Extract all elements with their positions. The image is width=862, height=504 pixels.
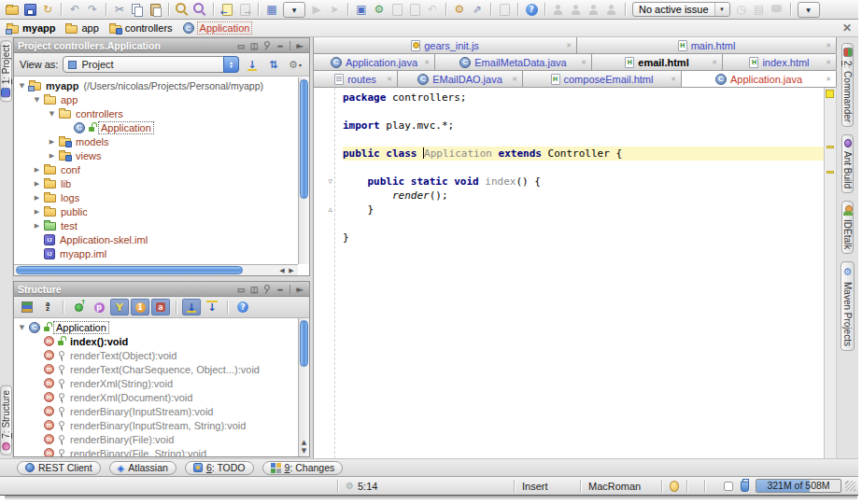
user-3-icon[interactable]: [586, 2, 602, 18]
expander-icon[interactable]: ▶: [48, 138, 56, 146]
expander-icon[interactable]: ▶: [33, 180, 41, 188]
scrollbar-thumb[interactable]: [16, 266, 243, 274]
tool-window-button[interactable]: Atlassian: [109, 461, 177, 475]
settings-gear-icon[interactable]: ⚙▾: [287, 56, 304, 73]
float-icon[interactable]: ▭: [235, 40, 247, 50]
replace-icon[interactable]: [191, 2, 208, 18]
help-icon[interactable]: [523, 2, 540, 18]
expander-icon[interactable]: ▶: [33, 166, 41, 174]
structure-tree-row[interactable]: renderXml(String):void: [14, 376, 298, 390]
fold-open-icon[interactable]: ▿: [328, 175, 332, 189]
pin-icon[interactable]: [261, 40, 273, 50]
autoscroll-to-source-icon[interactable]: [182, 299, 201, 315]
project-tree-row[interactable]: ▶test: [14, 218, 298, 232]
save-all-icon[interactable]: [21, 2, 38, 18]
breadcrumb-item[interactable]: Application: [183, 22, 252, 34]
collapse-all-icon[interactable]: ⇅: [265, 56, 282, 73]
expander-icon[interactable]: ▶: [33, 208, 41, 216]
export-icon[interactable]: ⇗: [469, 2, 486, 18]
scroll-down-icon[interactable]: ▼: [299, 446, 309, 455]
expander-icon[interactable]: ▶: [33, 194, 41, 202]
structure-tree-row[interactable]: index():void: [14, 334, 298, 348]
editor-tab[interactable]: main.html✕: [577, 37, 837, 53]
project-tree-row[interactable]: Application-skel.iml: [14, 232, 298, 246]
project-vertical-scrollbar[interactable]: [298, 77, 309, 264]
show-properties-icon[interactable]: [90, 299, 108, 315]
close-tab-icon[interactable]: ✕: [826, 59, 831, 66]
structure-tree-row[interactable]: renderXml(Document):void: [14, 390, 298, 404]
scrollbar-thumb[interactable]: [300, 320, 308, 367]
structure-vertical-scrollbar[interactable]: ▲▼: [298, 318, 309, 456]
expander-icon[interactable]: ▼: [18, 324, 26, 331]
user-2-icon[interactable]: [568, 2, 585, 18]
project-tree-row[interactable]: ▼app: [14, 92, 298, 106]
cut-icon[interactable]: ✂: [111, 2, 128, 18]
forward-icon[interactable]: [236, 2, 253, 18]
editor-tab[interactable]: index.html✕: [723, 54, 837, 70]
expander-icon[interactable]: ▼: [18, 82, 26, 90]
close-icon[interactable]: ✕: [842, 21, 852, 35]
scrollbar-thumb[interactable]: [300, 79, 308, 199]
tool-stripe-button[interactable]: 1: Project: [0, 40, 12, 102]
time-icon[interactable]: ◷: [733, 2, 750, 18]
structure-tree-row[interactable]: renderBinary(File, String):void: [14, 446, 298, 456]
hector-inspector-icon[interactable]: [741, 481, 749, 492]
project-tree-row[interactable]: ▶conf: [14, 162, 298, 176]
project-tree-row[interactable]: ▶models: [14, 134, 298, 148]
file-encoding[interactable]: MacRoman: [581, 477, 661, 495]
structure-tree-row[interactable]: renderBinary(InputStream):void: [14, 404, 298, 418]
close-tab-icon[interactable]: ✕: [712, 59, 717, 66]
breadcrumb-item[interactable]: app: [65, 22, 98, 34]
close-tab-icon[interactable]: ✕: [387, 76, 392, 83]
update-icon[interactable]: [406, 2, 423, 18]
project-tree-row[interactable]: ▶logs: [14, 190, 298, 204]
paste-icon[interactable]: [147, 2, 163, 18]
dock-icon[interactable]: ◫: [248, 284, 260, 294]
tool-stripe-button[interactable]: 7: Structure: [0, 385, 12, 455]
overflow-dropdown-icon[interactable]: [798, 2, 820, 18]
close-tab-icon[interactable]: ✕: [826, 76, 831, 83]
project-tree-row[interactable]: ▶public: [14, 204, 298, 218]
dock-icon[interactable]: ◫: [248, 40, 260, 50]
editor-tab[interactable]: gears_init.js✕: [314, 37, 577, 53]
module-icon[interactable]: ▣: [353, 2, 370, 18]
editor-tab[interactable]: EmailMetaData.java✕: [435, 54, 592, 70]
project-tree-row[interactable]: ▶lib: [14, 176, 298, 190]
close-tab-icon[interactable]: ✕: [566, 42, 572, 49]
export-html-icon[interactable]: [496, 2, 513, 18]
project-tree-row[interactable]: Application: [14, 120, 298, 134]
structure-tree-row[interactable]: renderText(Object):void: [14, 348, 298, 362]
rollback-icon[interactable]: ↶: [424, 2, 441, 18]
project-tree-row[interactable]: myapp.iml: [14, 246, 298, 260]
settings-icon[interactable]: ⚙: [451, 2, 468, 18]
tool-stripe-button[interactable]: Maven Projects: [841, 261, 855, 351]
user-1-icon[interactable]: [550, 2, 567, 18]
pin-icon[interactable]: [261, 284, 273, 294]
tool-stripe-button[interactable]: Ant Build: [841, 134, 854, 193]
editor-tab[interactable]: email.html✕: [592, 54, 723, 70]
open-folder-icon[interactable]: [4, 2, 21, 18]
view-as-select[interactable]: Project ▲▼: [63, 56, 239, 73]
filter-down-icon[interactable]: ↓: [244, 56, 261, 73]
editor-tab[interactable]: Application.java✕: [314, 54, 435, 70]
synchronize-icon[interactable]: ↻: [39, 2, 56, 18]
memory-indicator[interactable]: 321M of 508M: [756, 479, 841, 493]
editor-tab[interactable]: Application.java✕: [682, 71, 837, 87]
close-tab-icon[interactable]: ✕: [424, 59, 430, 66]
active-issue-dropdown[interactable]: No active issue▼: [632, 2, 730, 17]
back-icon[interactable]: [219, 2, 235, 18]
debug-icon[interactable]: ➤: [326, 2, 343, 18]
project-settings-icon[interactable]: ⚙: [371, 2, 388, 18]
tool-stripe-button[interactable]: IDEtalk: [841, 201, 854, 254]
show-anonymous-icon[interactable]: [131, 299, 149, 315]
close-tab-icon[interactable]: ✕: [512, 76, 517, 83]
editor-tab[interactable]: composeEmail.html✕: [523, 71, 682, 87]
status-checkbox[interactable]: [724, 482, 733, 491]
user-4-icon[interactable]: [603, 2, 620, 18]
run-icon[interactable]: ▶: [308, 2, 325, 18]
config-dropdown-icon[interactable]: [283, 2, 305, 18]
error-stripe[interactable]: [824, 88, 836, 458]
editor-tab[interactable]: EMailDAO.java✕: [398, 71, 523, 87]
expander-icon[interactable]: ▼: [33, 96, 41, 104]
autoscroll-from-source-icon[interactable]: [203, 299, 221, 315]
